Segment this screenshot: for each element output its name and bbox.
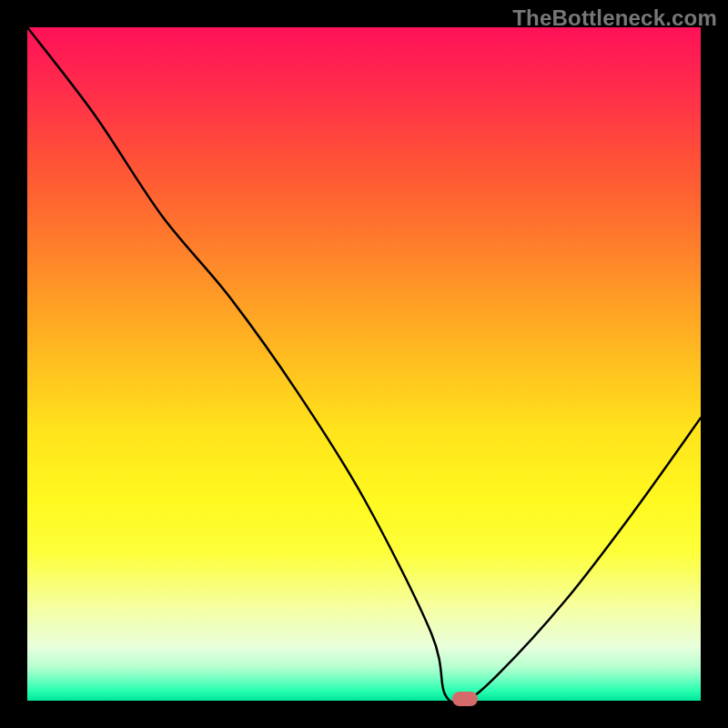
chart-container: TheBottleneck.com bbox=[0, 0, 728, 728]
optimal-marker bbox=[452, 692, 478, 706]
plot-area bbox=[27, 27, 701, 701]
bottleneck-curve bbox=[27, 27, 701, 701]
